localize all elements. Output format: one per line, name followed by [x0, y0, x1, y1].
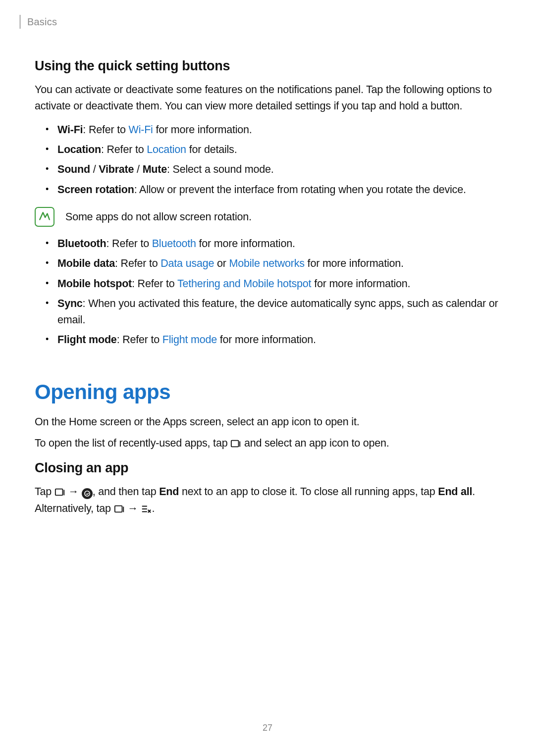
item-bluetooth: Bluetooth: Refer to Bluetooth for more i… [35, 236, 500, 252]
recent-apps-icon [114, 504, 125, 514]
task-manager-icon [82, 488, 93, 499]
opening-apps-p2: To open the list of recently-used apps, … [35, 435, 500, 452]
breadcrumb: Basics [20, 15, 57, 29]
opening-apps-title: Opening apps [35, 380, 500, 404]
page-number: 27 [0, 723, 535, 733]
item-wifi: Wi-Fi: Refer to Wi-Fi for more informati… [35, 122, 500, 138]
note-text: Some apps do not allow screen rotation. [65, 209, 252, 225]
svg-rect-0 [231, 441, 239, 447]
link-mobile-networks[interactable]: Mobile networks [229, 257, 305, 269]
breadcrumb-divider [20, 15, 20, 29]
link-tethering[interactable]: Tethering and Mobile hotspot [177, 278, 312, 290]
link-data-usage[interactable]: Data usage [160, 257, 214, 269]
item-sound: Sound / Vibrate / Mute: Select a sound m… [35, 161, 500, 178]
item-sync: Sync: When you activated this feature, t… [35, 296, 500, 329]
item-flight-mode: Flight mode: Refer to Flight mode for mo… [35, 332, 500, 348]
link-bluetooth[interactable]: Bluetooth [152, 238, 196, 250]
link-location[interactable]: Location [147, 144, 186, 155]
opening-apps-p1: On the Home screen or the Apps screen, s… [35, 414, 500, 430]
breadcrumb-text: Basics [27, 16, 57, 28]
closing-app-heading: Closing an app [35, 460, 500, 476]
quick-settings-list-a: Wi-Fi: Refer to Wi-Fi for more informati… [35, 122, 500, 198]
close-all-icon [141, 504, 152, 514]
recent-apps-icon [54, 487, 65, 497]
quick-settings-intro: You can activate or deactivate some feat… [35, 82, 500, 115]
item-location: Location: Refer to Location for details. [35, 142, 500, 158]
svg-rect-3 [114, 505, 122, 512]
svg-rect-1 [55, 489, 63, 496]
quick-settings-list-b: Bluetooth: Refer to Bluetooth for more i… [35, 236, 500, 349]
link-flight-mode[interactable]: Flight mode [162, 334, 217, 346]
item-mobile-hotspot: Mobile hotspot: Refer to Tethering and M… [35, 276, 500, 292]
note-rotation: Some apps do not allow screen rotation. [35, 207, 500, 227]
recent-apps-icon [230, 439, 241, 449]
closing-app-body: Tap → , and then tap End next to an app … [35, 484, 500, 517]
item-mobile-data: Mobile data: Refer to Data usage or Mobi… [35, 255, 500, 272]
page-content: Using the quick setting buttons You can … [35, 50, 500, 522]
quick-settings-heading: Using the quick setting buttons [35, 58, 500, 74]
item-rotation: Screen rotation: Allow or prevent the in… [35, 182, 500, 198]
note-icon [35, 207, 54, 227]
link-wifi[interactable]: Wi-Fi [129, 124, 153, 136]
svg-point-2 [85, 491, 90, 496]
